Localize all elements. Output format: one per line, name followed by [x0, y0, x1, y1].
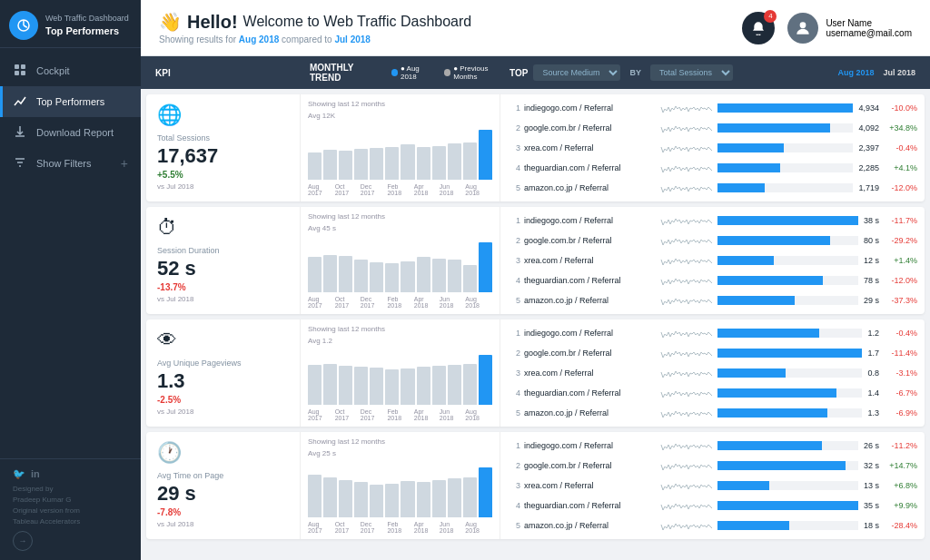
- table-header: KPI MONTHLY TREND ● Aug 2018 ● Previous …: [141, 56, 930, 89]
- kpi-top: 1indiegogo.com / Referral26 s-11.2%2goog…: [500, 432, 925, 539]
- chart-avg: Avg 25 s: [308, 449, 492, 457]
- sparkline: [659, 385, 714, 401]
- chart-bar: [323, 364, 337, 405]
- sidebar-item-show-filters[interactable]: Show Filters +: [0, 148, 141, 179]
- top-bar-value: 38 s: [864, 216, 879, 225]
- chart-bar: [354, 149, 368, 180]
- chart-bar: [339, 151, 352, 180]
- top-source: indiegogo.com / Referral: [524, 103, 656, 113]
- top-row: 2google.com.br / Referral4,092+34.8%: [508, 118, 917, 138]
- sidebar: Web Traffic Dashboard Top Performers Coc…: [0, 0, 141, 560]
- kpi-label: Session Duration: [157, 246, 289, 255]
- sparkline: [659, 180, 714, 196]
- chart-bar: [370, 485, 383, 517]
- welcome-text: Welcome to Web Traffic Dashboard: [243, 14, 472, 30]
- sidebar-top-performers-label: Top Performers: [36, 96, 104, 107]
- chart-bar: [417, 257, 430, 292]
- svg-point-10: [800, 22, 806, 28]
- chart-bar: [308, 475, 322, 517]
- sidebar-item-cockpit[interactable]: Cockpit: [0, 55, 141, 86]
- chart-bar: [448, 478, 461, 517]
- top-bar-value: 1.3: [867, 408, 879, 418]
- top-bar-value: 26 s: [864, 441, 879, 450]
- top-source: xrea.com / Referral: [524, 481, 656, 490]
- top-bar-value: 18 s: [864, 521, 879, 530]
- top-change: -11.7%: [883, 216, 917, 225]
- kpi-vs: vs Jul 2018: [157, 408, 289, 416]
- top-bar-value: 1.4: [867, 388, 879, 398]
- source-medium-dropdown[interactable]: Source Medium: [533, 64, 620, 81]
- sidebar-logo-title: Web Traffic Dashboard: [45, 13, 129, 25]
- total-sessions-dropdown[interactable]: Total Sessions: [650, 64, 733, 81]
- chart-avg: Avg 45 s: [308, 224, 492, 232]
- sparkline: [659, 160, 714, 176]
- chart-bar: [308, 152, 322, 180]
- top-source: theguardian.com / Referral: [524, 388, 656, 398]
- top-bar-value: 1.7: [867, 349, 879, 358]
- kpi-change: +5.5%: [157, 170, 289, 180]
- sparkline: [659, 497, 714, 514]
- kpi-chart: Showing last 12 monthsAvg 45 sAug 2017Oc…: [301, 207, 500, 314]
- top-change: +14.7%: [883, 461, 917, 470]
- kpi-value: 1.3: [157, 370, 289, 392]
- chart-showing: Showing last 12 months: [308, 437, 492, 446]
- chart-bar: [385, 147, 399, 180]
- main-content: 👋 Hello! Welcome to Web Traffic Dashboar…: [141, 0, 930, 560]
- chart-bar: [354, 260, 368, 292]
- chart-bar: [370, 262, 383, 292]
- navigate-button[interactable]: →: [13, 531, 33, 551]
- top-rank: 5: [508, 296, 520, 305]
- add-filter-icon[interactable]: +: [121, 156, 128, 171]
- top-bar-value: 29 s: [864, 296, 879, 305]
- kpi-chart: Showing last 12 monthsAvg 12KAug 2017Oct…: [301, 94, 500, 201]
- sidebar-item-download-report[interactable]: Download Report: [0, 117, 141, 148]
- top-change: +9.9%: [883, 501, 917, 510]
- notification-button[interactable]: 4: [742, 12, 775, 44]
- kpi-top: 1indiegogo.com / Referral1.2-0.4%2google…: [500, 319, 925, 427]
- sparkline: [659, 517, 714, 534]
- top-row: 3xrea.com / Referral13 s+6.8%: [508, 476, 917, 496]
- content-scroll[interactable]: 🌐Total Sessions17,637+5.5%vs Jul 2018Sho…: [141, 89, 930, 560]
- twitter-icon[interactable]: 🐦: [13, 468, 25, 480]
- top-rank: 3: [508, 143, 520, 152]
- top-bar-value: 13 s: [864, 481, 879, 490]
- top-row: 3xrea.com / Referral2,397-0.4%: [508, 138, 917, 158]
- kpi-top: 1indiegogo.com / Referral38 s-11.7%2goog…: [500, 207, 925, 314]
- top-bar-value: 2,397: [858, 143, 879, 152]
- sparkline: [659, 252, 714, 269]
- kpi-left: 👁Avg Unique Pageviews1.3-2.5%vs Jul 2018: [146, 319, 301, 427]
- top-bar-value: 4,934: [858, 103, 879, 113]
- chart-bar: [339, 480, 352, 517]
- chart-bar: [385, 369, 399, 405]
- chart-bar: [463, 477, 477, 517]
- user-avatar: [787, 13, 818, 44]
- kpi-row: 👁Avg Unique Pageviews1.3-2.5%vs Jul 2018…: [146, 319, 925, 427]
- sidebar-nav: Cockpit Top Performers Download Report S…: [0, 48, 141, 458]
- top-change: +6.8%: [883, 481, 917, 490]
- top-row: 4theguardian.com / Referral78 s-12.0%: [508, 270, 917, 290]
- chart-bar: [463, 142, 477, 180]
- kpi-icon: 🌐: [157, 103, 289, 127]
- top-source: theguardian.com / Referral: [524, 163, 656, 172]
- chart-bar: [354, 482, 368, 517]
- svg-line-2: [24, 25, 27, 27]
- linkedin-icon[interactable]: in: [31, 468, 40, 480]
- top-change: -6.9%: [883, 408, 917, 418]
- top-source: indiegogo.com / Referral: [524, 441, 656, 450]
- kpi-left: 🕐Avg Time on Page29 s-7.8%vs Jul 2018: [146, 432, 301, 539]
- chart-bar: [448, 143, 461, 180]
- chart-icon: [13, 94, 27, 109]
- kpi-icon: 🕐: [157, 441, 289, 465]
- sidebar-item-top-performers[interactable]: Top Performers: [0, 86, 141, 117]
- svg-rect-3: [15, 64, 19, 69]
- sparkline: [659, 140, 714, 156]
- svg-rect-6: [21, 71, 25, 75]
- top-row: 1indiegogo.com / Referral4,934-10.0%: [508, 98, 917, 118]
- top-rank: 4: [508, 388, 520, 398]
- top-source: amazon.co.jp / Referral: [524, 296, 656, 305]
- top-rank: 3: [508, 368, 520, 378]
- kpi-top: 1indiegogo.com / Referral4,934-10.0%2goo…: [500, 94, 925, 201]
- top-bar-value: 80 s: [864, 236, 879, 245]
- top-change: +34.8%: [883, 123, 917, 133]
- top-change: -29.2%: [883, 236, 917, 245]
